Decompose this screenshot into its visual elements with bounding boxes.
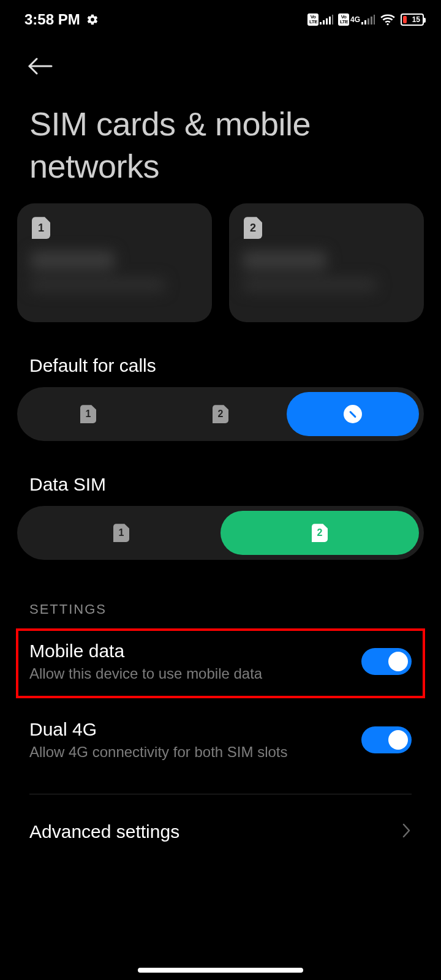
svg-rect-9 <box>374 15 375 24</box>
dual-4g-title: Dual 4G <box>29 719 288 740</box>
signal-icon-2 <box>361 15 375 24</box>
mobile-data-row[interactable]: Mobile data Allow this device to use mob… <box>0 628 441 698</box>
mobile-data-toggle[interactable] <box>361 648 412 675</box>
settings-header: SETTINGS <box>0 560 441 628</box>
mobile-data-subtitle: Allow this device to use mobile data <box>29 665 262 682</box>
sim2-indicator: VoLTE 4G <box>338 13 375 26</box>
status-right: VoLTE VoLTE 4G 15 <box>307 13 424 26</box>
sim1-indicator: VoLTE <box>307 13 333 26</box>
wifi-icon <box>380 13 396 26</box>
redacted-area <box>243 251 410 311</box>
mobile-data-text: Mobile data Allow this device to use mob… <box>29 641 262 682</box>
advanced-settings-label: Advanced settings <box>29 821 179 842</box>
sim-chip-icon: 1 <box>113 524 129 542</box>
sim-chip-icon: 1 <box>32 217 50 239</box>
svg-rect-1 <box>323 20 325 24</box>
net-label: 4G <box>350 16 360 23</box>
sim-chip-icon: 1 <box>80 405 96 423</box>
data-sim-label: Data SIM <box>0 441 441 506</box>
volte-badge-2: VoLTE <box>338 13 349 26</box>
calls-option-sim2[interactable]: 2 <box>154 392 287 436</box>
home-indicator[interactable] <box>138 968 303 973</box>
signal-icon <box>320 15 333 24</box>
svg-rect-5 <box>361 22 363 24</box>
no-preference-icon <box>344 405 362 423</box>
svg-rect-6 <box>364 20 366 24</box>
default-calls-selector: 1 2 <box>17 387 424 441</box>
sim-chip-icon: 2 <box>213 405 228 423</box>
svg-rect-8 <box>371 17 372 24</box>
data-option-sim2[interactable]: 2 <box>221 511 419 555</box>
page-title: SIM cards & mobile networks <box>0 78 441 203</box>
status-bar: 3:58 PM VoLTE VoLTE 4G <box>0 0 441 39</box>
chevron-right-icon <box>402 823 412 841</box>
sim-card-2[interactable]: 2 <box>229 203 424 322</box>
sim-cards-row: 1 2 <box>0 203 441 322</box>
dual-4g-row[interactable]: Dual 4G Allow 4G connectivity for both S… <box>0 698 441 775</box>
volte-badge: VoLTE <box>307 13 318 26</box>
svg-rect-2 <box>326 18 328 24</box>
advanced-settings-row[interactable]: Advanced settings <box>0 794 441 842</box>
screen: 3:58 PM VoLTE VoLTE 4G <box>0 0 441 980</box>
calls-option-sim1[interactable]: 1 <box>22 392 154 436</box>
svg-rect-0 <box>320 22 322 24</box>
svg-rect-3 <box>329 17 331 24</box>
data-option-sim1[interactable]: 1 <box>22 511 221 555</box>
redacted-area <box>31 251 198 311</box>
mobile-data-title: Mobile data <box>29 641 262 662</box>
svg-point-10 <box>386 23 388 25</box>
battery-percent: 15 <box>412 15 420 24</box>
battery-icon: 15 <box>401 13 424 26</box>
back-row <box>0 39 441 78</box>
data-sim-selector: 1 2 <box>17 506 424 560</box>
gear-icon <box>86 13 99 26</box>
dual-4g-toggle[interactable] <box>361 726 412 753</box>
dual-4g-text: Dual 4G Allow 4G connectivity for both S… <box>29 719 288 761</box>
back-button[interactable] <box>27 67 54 78</box>
sim-card-1[interactable]: 1 <box>17 203 212 322</box>
settings-list: Mobile data Allow this device to use mob… <box>0 628 441 842</box>
calls-option-ask[interactable] <box>287 392 419 436</box>
svg-rect-4 <box>332 15 333 24</box>
default-for-calls-label: Default for calls <box>0 322 441 387</box>
status-left: 3:58 PM <box>24 11 99 28</box>
sim-chip-icon: 2 <box>312 524 328 542</box>
svg-rect-7 <box>368 18 369 24</box>
dual-4g-subtitle: Allow 4G connectivity for both SIM slots <box>29 744 288 761</box>
sim-chip-icon: 2 <box>244 217 262 239</box>
status-time: 3:58 PM <box>24 11 80 28</box>
